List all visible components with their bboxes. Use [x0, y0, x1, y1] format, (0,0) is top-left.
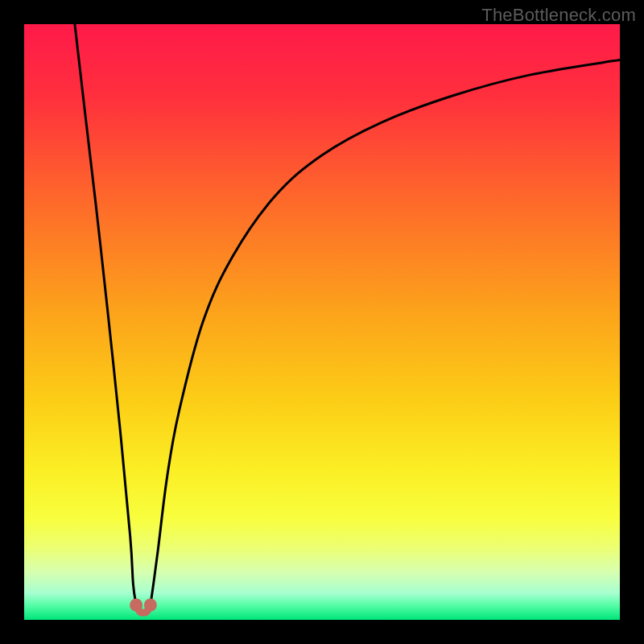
watermark-text: TheBottleneck.com — [481, 5, 636, 26]
curve-right-branch — [151, 60, 620, 605]
plot-area — [24, 24, 620, 620]
curve-layer — [24, 24, 620, 620]
valley-marker — [144, 599, 157, 612]
curve-left-branch — [75, 24, 136, 605]
valley-marker — [130, 599, 142, 612]
chart-frame: TheBottleneck.com — [0, 0, 644, 644]
